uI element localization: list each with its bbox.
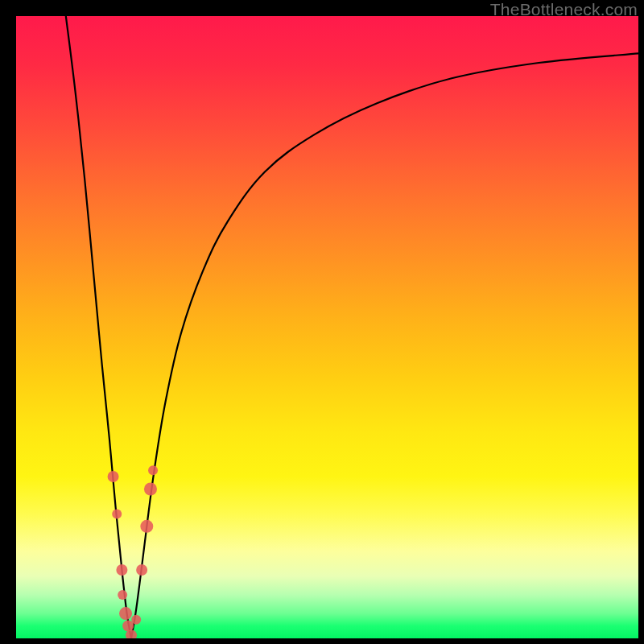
watermark-text: TheBottleneck.com <box>490 0 638 19</box>
chart-frame: TheBottleneck.com <box>0 0 644 644</box>
highlight-point <box>126 630 137 638</box>
plot-area <box>16 16 638 638</box>
highlight-point <box>136 564 147 576</box>
highlight-point <box>119 607 132 620</box>
highlight-point <box>108 471 119 482</box>
curve-right-branch <box>131 53 638 638</box>
highlight-point <box>140 520 153 533</box>
highlight-point <box>122 621 134 632</box>
highlight-point <box>118 590 127 600</box>
highlight-point <box>144 482 157 495</box>
highlight-point <box>131 615 141 625</box>
scatter-layer <box>16 16 638 638</box>
highlight-points <box>108 465 158 638</box>
curve-left-branch <box>66 16 131 638</box>
highlight-point <box>112 509 122 518</box>
highlight-point <box>116 564 127 576</box>
curve-layer <box>16 16 638 638</box>
highlight-point <box>148 465 158 475</box>
